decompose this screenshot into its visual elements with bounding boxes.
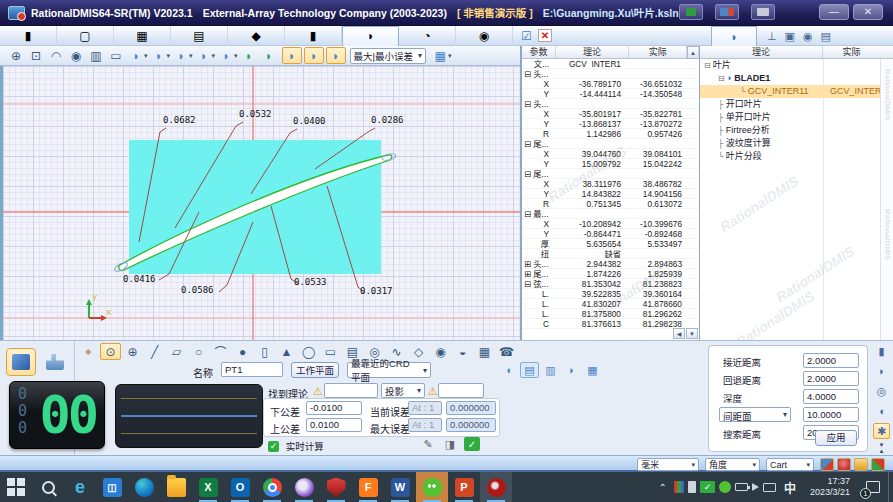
status-probe-icon[interactable] [854,458,868,471]
blade-eval-icon[interactable]: ◗ [171,47,191,64]
tab-blade[interactable]: ◗ [342,26,399,46]
table-row[interactable]: X -10.208942 -10.399676 [522,219,699,229]
tab-graphics[interactable]: ◆ [228,26,285,46]
export-icon[interactable]: ▤ [821,31,831,42]
table-row[interactable]: Y 15.009792 15.042242 [522,159,699,169]
table-row[interactable]: ⊟ 尾... [522,139,699,149]
expand-icon[interactable]: ├ [718,100,724,109]
tree-item[interactable]: ├◗开口叶片 [700,98,893,111]
action-center-button[interactable]: 1 [858,472,888,502]
realtime-checkbox[interactable] [268,441,279,452]
tray-defender-icon[interactable] [700,481,715,493]
axis-point-icon[interactable]: ⊕ [122,343,143,360]
scroll-down-button[interactable]: ▼ [686,328,698,339]
tree-item[interactable]: ├◗单开口叶片 [700,111,893,124]
confirm-check-icon[interactable]: ✓ [464,437,480,451]
coord-dropdown[interactable]: Cart [766,458,814,471]
paint3d-icon[interactable] [288,472,320,502]
table-row[interactable]: L. 41.830207 41.878660 [522,299,699,309]
plane-icon[interactable]: ▱ [166,343,187,360]
col-theoretical[interactable]: 理论 [556,46,630,58]
upper-tolerance-input[interactable]: 0.0100 [306,418,362,432]
start-button[interactable] [0,472,32,502]
status-record-icon[interactable] [837,458,851,471]
dropdown-caret-icon[interactable]: ▾ [167,52,171,60]
pan-view-icon[interactable]: ⊕ [6,47,26,64]
graph-view-icon[interactable]: ▤ [520,362,539,378]
zoom-window-icon[interactable]: ⊡ [26,47,46,64]
error-filter-dropdown[interactable]: 最大|最小误差 [350,48,426,64]
table-row[interactable]: ⊟ 最... [522,209,699,219]
blade-fit-icon[interactable]: ◗ [216,47,236,64]
expand-icon[interactable]: ├ [718,126,724,135]
blade-section-icon[interactable]: ◗ [149,47,169,64]
find-theoretical-input[interactable] [324,383,378,398]
view-eye-icon[interactable]: ◉ [66,47,86,64]
dual-monitor-icon[interactable] [715,4,739,20]
edge-icon[interactable] [128,472,160,502]
axes-icon[interactable]: ⊥ [767,31,777,42]
solve-method-dropdown[interactable]: 最靠近的CRD平面 [347,362,431,378]
tray-expand-icon[interactable]: ⌃ [654,482,672,493]
blade-report-icon[interactable]: ◗ [194,47,214,64]
wechat-icon[interactable] [416,472,448,502]
rational-app-icon[interactable] [480,472,512,502]
probe-mode-button[interactable] [6,348,36,376]
theoretical-value-input[interactable] [438,383,484,398]
check-option-icon[interactable]: ☑ [521,29,532,43]
powerpoint-icon[interactable]: P [448,472,480,502]
strip-blade-icon[interactable]: ◗ [873,363,890,379]
expand-icon[interactable]: ⊟ [718,74,725,83]
tree-col-theoretical[interactable]: 理论 [700,46,823,58]
table-row[interactable]: ⊟ 头... [522,99,699,109]
tree-item[interactable]: ⊟◗叶片 [700,59,893,72]
table-row[interactable]: Y -14.444114 -14.350548 [522,89,699,99]
excel-icon[interactable]: X [192,472,224,502]
units-dropdown[interactable]: 毫米 [637,458,699,471]
pan-hand-icon[interactable]: ◠ [46,47,66,64]
col-param[interactable]: 参数 [522,46,556,58]
dropdown-caret-icon[interactable]: ▾ [189,52,193,60]
param-value-input[interactable]: 2.0000 [803,353,859,368]
param-value-input[interactable]: 10.0000 [803,407,859,422]
status-cad-icon[interactable] [820,458,834,471]
table-row[interactable]: ⊟ 弦... 81.353042 81.238823 [522,279,699,289]
close-button[interactable]: ✕ [853,4,883,20]
feature-name-input[interactable] [221,362,283,377]
photos-app-icon[interactable]: ◫ [96,472,128,502]
ime-indicator[interactable]: 中 [778,479,802,496]
dropdown-caret-icon[interactable]: ▾ [234,52,238,60]
angle-dropdown[interactable]: 角度 [705,458,760,471]
slot-icon[interactable]: ▭ [320,343,341,360]
table-row[interactable]: X -36.789170 -36.651032 [522,79,699,89]
tab-probe[interactable]: ▮ [285,26,342,46]
camera-icon[interactable]: ◉ [803,31,813,42]
tree-item[interactable]: └◗叶片分段 [700,150,893,163]
groove-icon[interactable]: ◒ [452,343,473,360]
capture-image-icon[interactable]: ▥ [86,47,106,64]
tab-program[interactable]: ◔ [399,26,456,46]
tree-item[interactable]: ⊟◗BLADE1 [700,72,893,85]
tree-item[interactable]: ├◗波纹度计算 [700,137,893,150]
table-row[interactable]: X 39.044760 39.084101 [522,149,699,159]
tree-item[interactable]: └◗GCV_INTER11GCV_INTER11 [700,85,893,98]
projection-dropdown[interactable]: 投影 [381,383,425,398]
table-row[interactable]: R 1.142986 0.957426 [522,129,699,139]
strip-search-icon[interactable]: ◎ [873,383,890,399]
edit-result-icon[interactable]: ✎ [420,437,436,451]
graphics-viewport[interactable]: Y X 0.0682 0.0532 0.0400 0.0286 0.0416 0… [0,66,520,340]
scroll-left-button[interactable]: ◀ [673,328,685,339]
foxit-icon[interactable]: F [352,472,384,502]
dropdown-caret-icon[interactable]: ▾ [212,52,216,60]
tray-gamepad-icon[interactable] [674,481,684,493]
mesh-icon[interactable]: ▦ [474,343,495,360]
outlook-icon[interactable]: O [224,472,256,502]
blade-view-icon[interactable]: ◗ [562,362,581,378]
app-icon[interactable] [8,6,25,20]
table-row[interactable]: L. 81.375800 81.296262 [522,309,699,319]
file-explorer-icon[interactable] [160,472,192,502]
cone-icon[interactable]: ▲ [276,343,297,360]
scroll-up-button[interactable]: ▲ [687,46,699,59]
table-row[interactable]: 文... GCV_INTER1 [522,59,699,69]
ruler-mode-button[interactable] [40,348,70,376]
